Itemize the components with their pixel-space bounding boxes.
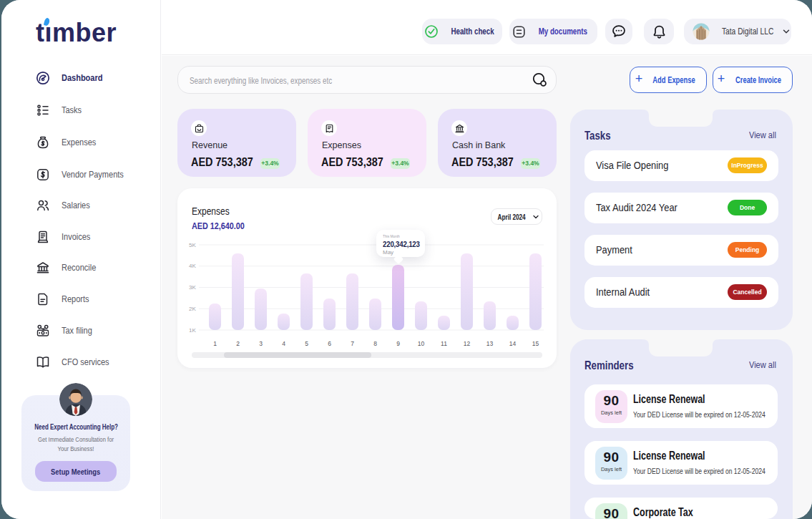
svg-text:2: 2 <box>236 340 240 347</box>
svg-text:9: 9 <box>396 340 400 347</box>
svg-text:3: 3 <box>259 340 263 347</box>
svg-text:6: 6 <box>328 340 331 347</box>
svg-text:5K: 5K <box>189 242 196 248</box>
svg-text:8: 8 <box>373 340 377 347</box>
svg-text:10: 10 <box>418 340 425 347</box>
svg-text:2K: 2K <box>189 306 196 312</box>
svg-text:14: 14 <box>509 340 517 347</box>
svg-text:7: 7 <box>351 340 354 347</box>
svg-text:11: 11 <box>441 340 447 347</box>
svg-text:1: 1 <box>213 340 217 347</box>
svg-text:1K: 1K <box>189 327 196 334</box>
svg-text:4: 4 <box>282 340 285 347</box>
svg-text:5: 5 <box>305 340 308 347</box>
svg-text:4K: 4K <box>189 263 196 269</box>
svg-text:3K: 3K <box>189 284 196 291</box>
svg-text:15: 15 <box>532 340 539 347</box>
svg-text:13: 13 <box>486 340 494 347</box>
svg-text:12: 12 <box>464 340 471 347</box>
